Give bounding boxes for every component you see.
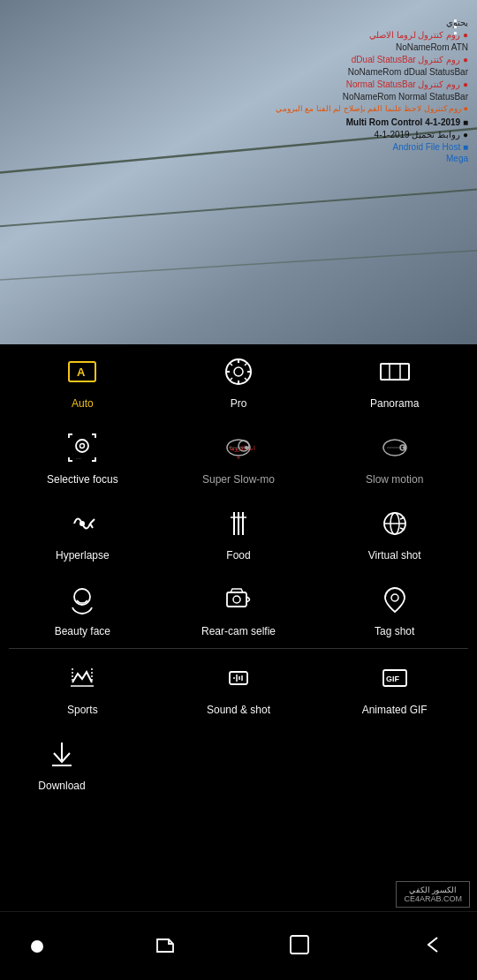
panorama-icon bbox=[378, 355, 412, 392]
rear-cam-selfie-label: Rear-cam selfie bbox=[201, 625, 276, 637]
mode-virtual-shot[interactable]: Virtual shot bbox=[316, 496, 473, 572]
viewfinder: يحتوي ● روم كنترول لروما الاصلي NoNameRo… bbox=[0, 0, 477, 344]
mode-hyperlapse[interactable]: Hyperlapse bbox=[4, 496, 161, 572]
svg-point-6 bbox=[234, 367, 243, 376]
mode-super-slow-mo[interactable]: خيارات الاروما + Super Slow-mo bbox=[161, 420, 317, 496]
super-slow-mo-label: Super Slow-mo bbox=[202, 473, 275, 486]
mode-slow-motion[interactable]: Slow motion bbox=[316, 420, 473, 496]
mode-animated-gif[interactable]: GIF Animated GIF bbox=[316, 649, 473, 728]
food-label: Food bbox=[226, 549, 250, 562]
download-icon bbox=[45, 737, 79, 774]
svg-rect-46 bbox=[230, 672, 247, 684]
more-options-button[interactable]: ⋮ bbox=[446, 16, 465, 37]
svg-text:+: + bbox=[237, 455, 240, 461]
auto-label: Auto bbox=[72, 397, 94, 410]
mode-row-4: Beauty face Rear-cam selfie bbox=[4, 572, 473, 648]
rear-cam-selfie-icon bbox=[222, 583, 255, 620]
download-row: Download bbox=[4, 728, 473, 806]
svg-line-11 bbox=[230, 363, 232, 366]
pro-icon bbox=[222, 355, 255, 392]
hyperlapse-icon bbox=[65, 507, 99, 544]
nav-back[interactable] bbox=[421, 932, 446, 961]
auto-icon: A bbox=[65, 355, 99, 392]
svg-point-31 bbox=[80, 521, 85, 526]
sports-label: Sports bbox=[67, 704, 98, 716]
svg-rect-40 bbox=[227, 592, 246, 607]
mode-download[interactable]: Download bbox=[22, 737, 102, 792]
navigation-bar bbox=[0, 911, 477, 980]
svg-point-30 bbox=[403, 446, 406, 449]
sound-shot-label: Sound & shot bbox=[207, 704, 270, 716]
svg-line-12 bbox=[245, 378, 247, 381]
slow-motion-label: Slow motion bbox=[366, 473, 423, 486]
watermark-line1: الكسور الكفي bbox=[404, 886, 462, 894]
svg-text:خيارات الاروما: خيارات الاروما bbox=[230, 445, 255, 452]
selective-focus-label: Selective focus bbox=[47, 473, 118, 486]
svg-point-18 bbox=[76, 440, 88, 452]
beauty-face-label: Beauty face bbox=[55, 625, 110, 637]
hyperlapse-label: Hyperlapse bbox=[56, 549, 110, 562]
virtual-shot-label: Virtual shot bbox=[368, 549, 421, 562]
sound-shot-icon bbox=[222, 661, 255, 698]
tag-shot-label: Tag shot bbox=[375, 625, 414, 637]
svg-text:A: A bbox=[77, 366, 86, 379]
virtual-shot-icon bbox=[378, 507, 412, 544]
download-label: Download bbox=[38, 780, 85, 792]
svg-rect-15 bbox=[381, 364, 409, 380]
mode-beauty-face[interactable]: Beauty face bbox=[4, 572, 161, 648]
slow-motion-icon bbox=[378, 431, 412, 468]
mode-food[interactable]: Food bbox=[161, 496, 317, 572]
beauty-face-icon bbox=[65, 583, 99, 620]
mode-row-3: Hyperlapse Food bbox=[4, 496, 473, 572]
mode-pro[interactable]: Pro bbox=[161, 344, 317, 420]
watermark: الكسور الكفي CE4ARAB.COM bbox=[396, 881, 470, 908]
nav-circle[interactable] bbox=[31, 940, 43, 953]
svg-line-13 bbox=[245, 363, 247, 366]
watermark-line2: CE4ARAB.COM bbox=[404, 894, 462, 903]
animated-gif-icon: GIF bbox=[378, 661, 412, 698]
svg-point-42 bbox=[391, 594, 398, 601]
svg-text:GIF: GIF bbox=[386, 675, 400, 683]
svg-line-2 bbox=[0, 247, 477, 283]
mode-row-1: A Auto bbox=[4, 344, 473, 420]
document-overlay: يحتوي ● روم كنترول لروما الاصلي NoNameRo… bbox=[26, 18, 468, 163]
bottom-modes-container: Sports Sound & shot GIF bbox=[0, 649, 477, 806]
svg-point-25 bbox=[245, 446, 248, 449]
svg-text:...: ... bbox=[76, 454, 81, 460]
app-root: يحتوي ● روم كنترول لروما الاصلي NoNameRo… bbox=[0, 0, 477, 980]
food-icon bbox=[222, 507, 255, 544]
svg-point-41 bbox=[233, 596, 240, 603]
animated-gif-label: Animated GIF bbox=[362, 704, 428, 716]
tag-shot-icon bbox=[378, 583, 412, 620]
mode-sports[interactable]: Sports bbox=[4, 649, 161, 728]
pro-label: Pro bbox=[231, 397, 247, 410]
mode-rear-cam-selfie[interactable]: Rear-cam selfie bbox=[161, 572, 317, 648]
mode-auto[interactable]: A Auto bbox=[4, 344, 161, 420]
bottom-mode-row: Sports Sound & shot GIF bbox=[4, 649, 473, 728]
nav-home[interactable] bbox=[287, 932, 312, 961]
svg-line-14 bbox=[230, 378, 232, 381]
mode-panorama[interactable]: Panorama bbox=[316, 344, 473, 420]
nav-recent[interactable] bbox=[153, 932, 178, 961]
mode-row-2: ... Selective focus خيارات الاروما + bbox=[4, 420, 473, 496]
selective-focus-icon: ... bbox=[65, 431, 99, 468]
svg-line-1 bbox=[0, 185, 477, 230]
mode-grid-container: A Auto bbox=[0, 344, 477, 648]
mode-tag-shot[interactable]: Tag shot bbox=[316, 572, 473, 648]
mode-selective-focus[interactable]: ... Selective focus bbox=[4, 420, 161, 496]
mode-sound-shot[interactable]: Sound & shot bbox=[161, 649, 317, 728]
panorama-label: Panorama bbox=[370, 397, 419, 410]
sports-icon bbox=[65, 661, 99, 698]
svg-point-19 bbox=[80, 444, 85, 449]
svg-rect-51 bbox=[291, 936, 308, 954]
super-slow-mo-icon: خيارات الاروما + bbox=[222, 431, 255, 468]
